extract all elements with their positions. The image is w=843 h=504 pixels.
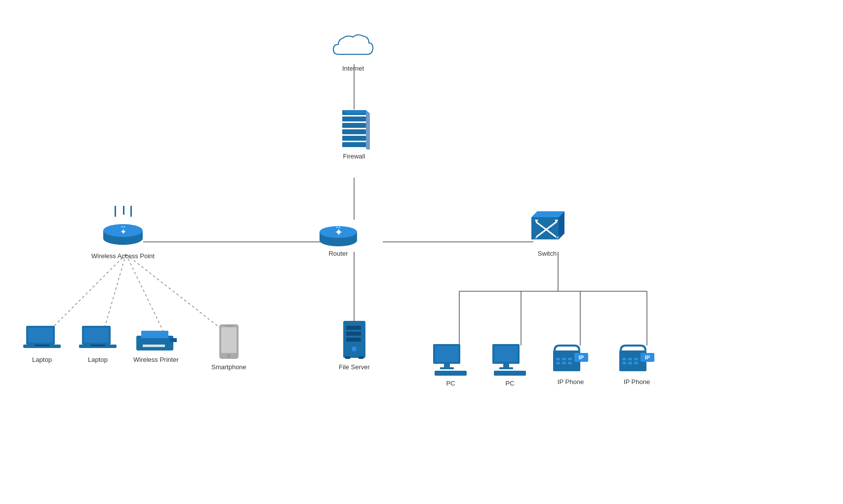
svg-rect-72 [435,371,467,376]
svg-rect-64 [346,338,361,342]
svg-rect-69 [435,346,458,362]
svg-rect-81 [568,358,572,360]
pc2-label: PC [505,380,514,387]
svg-rect-70 [444,364,450,368]
svg-rect-88 [622,358,626,360]
switch-label: Switch [538,250,557,257]
fileserver-icon [338,318,370,360]
laptop1-node: Laptop [22,323,62,363]
router-label: Router [328,250,348,257]
svg-line-14 [126,254,224,331]
svg-rect-17 [342,123,366,128]
svg-rect-58 [221,327,237,353]
svg-rect-67 [359,356,363,359]
wap-icon: ✦ ↔ [101,205,145,249]
svg-rect-30 [130,206,132,217]
svg-rect-82 [556,362,560,364]
pc1-node: PC [432,343,469,387]
wap-node: ✦ ↔ Wireless Access Point [91,205,155,260]
svg-rect-50 [84,328,109,343]
smartphone-icon [218,323,240,360]
ipphone1-node: IP IP Phone [552,343,589,386]
ipphone2-label: IP Phone [624,378,650,386]
svg-rect-28 [115,206,116,217]
svg-rect-89 [628,358,632,360]
pc2-node: PC [491,343,528,387]
svg-rect-77 [494,371,526,376]
svg-rect-18 [342,129,366,134]
internet-label: Internet [342,65,364,72]
svg-line-12 [104,254,126,331]
svg-marker-21 [366,110,370,150]
svg-text:↔: ↔ [335,223,342,231]
router-icon: ✦ ↔ [319,215,358,247]
svg-rect-46 [28,328,53,343]
internet-node: Internet [328,27,378,72]
svg-line-11 [49,254,126,331]
ipphone1-label: IP Phone [558,378,584,386]
svg-rect-66 [345,356,350,359]
printer-node: Wireless Printer [133,326,179,363]
svg-rect-75 [503,364,509,368]
svg-rect-80 [562,358,566,360]
svg-rect-93 [634,362,638,364]
laptop2-label: Laptop [88,356,108,363]
smartphone-label: Smartphone [211,363,246,371]
smartphone-node: Smartphone [211,323,246,371]
svg-marker-22 [342,110,370,114]
svg-rect-74 [494,346,518,362]
fileserver-node: File Server [338,318,370,371]
svg-rect-55 [143,345,165,347]
network-diagram: Internet Firewall [0,0,843,504]
svg-text:↔: ↔ [120,223,126,230]
svg-rect-63 [346,332,361,336]
svg-rect-90 [634,358,638,360]
wap-label: Wireless Access Point [91,252,155,260]
ipphone2-node: IP IP Phone [618,343,655,386]
printer-label: Wireless Printer [133,356,179,363]
switch-icon [527,207,567,247]
svg-rect-52 [90,345,105,346]
svg-point-65 [352,347,357,351]
svg-line-13 [126,254,163,331]
svg-rect-56 [169,338,177,342]
switch-node: Switch [527,207,567,257]
svg-rect-29 [123,206,124,215]
firewall-node: Firewall [338,108,370,160]
svg-rect-48 [35,345,49,346]
svg-rect-76 [499,367,513,369]
svg-rect-92 [628,362,632,364]
printer-icon [134,326,178,353]
svg-rect-62 [346,326,361,330]
pc1-icon [432,343,469,377]
svg-rect-79 [556,358,560,360]
cloud-icon [328,27,378,62]
router-node: ✦ ↔ Router [319,215,358,257]
laptop2-icon [78,323,118,353]
laptop1-icon [22,323,62,353]
svg-rect-71 [440,367,454,369]
svg-point-59 [227,354,230,357]
svg-rect-54 [141,331,168,338]
pc1-label: PC [446,380,455,387]
svg-rect-20 [342,142,366,147]
svg-rect-60 [225,325,233,326]
laptop2-node: Laptop [78,323,118,363]
svg-rect-16 [342,116,366,121]
pc2-icon [491,343,528,377]
firewall-label: Firewall [343,153,365,160]
fileserver-label: File Server [339,363,370,371]
ipphone2-icon: IP [618,343,655,375]
svg-rect-19 [342,136,366,141]
svg-text:IP: IP [645,354,650,360]
firewall-icon [338,108,370,150]
svg-rect-83 [562,362,566,364]
svg-rect-91 [622,362,626,364]
svg-rect-84 [568,362,572,364]
svg-text:IP: IP [579,354,584,360]
ipphone1-icon: IP [552,343,589,375]
laptop1-label: Laptop [32,356,52,363]
